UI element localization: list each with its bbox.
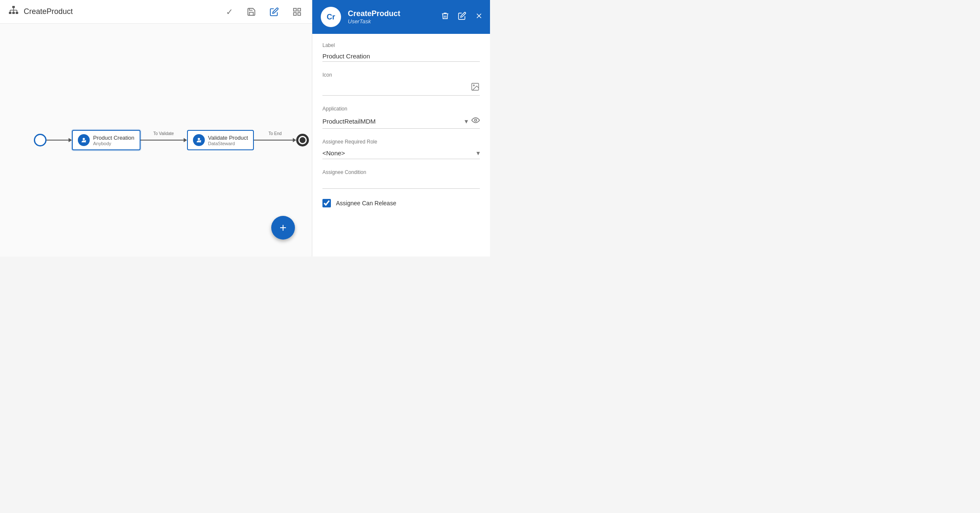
assignee-condition-label: Assignee Condition — [322, 169, 480, 175]
assignee-role-label: Assignee Required Role — [322, 139, 480, 145]
grid-button[interactable] — [291, 6, 303, 18]
task-node-validate-product[interactable]: Validate Product DataSteward — [187, 130, 254, 150]
svg-point-31 — [473, 85, 474, 86]
canvas-panel: CreateProduct ✓ — [0, 0, 312, 256]
icon-field: Icon — [322, 72, 480, 96]
icon-input-wrapper — [322, 80, 480, 96]
label-input[interactable] — [322, 51, 480, 62]
properties-title-area: CreateProduct UserTask — [348, 9, 400, 25]
canvas-area: Product Creation Anybody To Validate — [0, 24, 312, 256]
properties-header: Cr CreateProduct UserTask — [312, 0, 490, 34]
svg-point-25 — [198, 138, 200, 140]
icon-input[interactable] — [322, 84, 471, 91]
task-text-product-creation: Product Creation Anybody — [93, 135, 135, 146]
label-field: Label — [322, 42, 480, 62]
svg-rect-10 — [298, 8, 300, 11]
application-select[interactable]: ProductRetailMDM — [322, 118, 465, 125]
svg-point-32 — [475, 119, 477, 121]
properties-header-actions — [441, 12, 483, 22]
application-dropdown-arrow: ▾ — [465, 117, 468, 125]
icon-field-label: Icon — [322, 72, 480, 78]
assignee-can-release-checkbox[interactable] — [322, 199, 331, 207]
canvas-title: CreateProduct — [24, 7, 73, 16]
fab-add-button[interactable]: + — [271, 216, 295, 240]
org-chart-icon — [8, 6, 19, 18]
task-sublabel-validate-product: DataSteward — [208, 141, 248, 146]
task-label-product-creation: Product Creation — [93, 135, 135, 141]
canvas-title-area: CreateProduct — [8, 6, 224, 18]
properties-edit-button[interactable] — [458, 12, 466, 22]
end-event-inner — [298, 136, 307, 144]
assignee-role-field: Assignee Required Role <None> ▾ — [322, 139, 480, 159]
svg-rect-3 — [16, 12, 18, 14]
properties-subtitle: UserTask — [348, 18, 400, 25]
application-field-label: Application — [322, 106, 480, 112]
properties-body: Label Icon Application — [312, 34, 490, 256]
assignee-role-select[interactable]: <None> — [322, 149, 476, 157]
properties-panel: Cr CreateProduct UserTask — [312, 0, 490, 256]
save-button[interactable] — [245, 6, 258, 18]
assignee-condition-field: Assignee Condition — [322, 169, 480, 189]
assignee-condition-input[interactable] — [322, 178, 480, 189]
label-field-label: Label — [322, 42, 480, 48]
task-icon-product-creation — [78, 134, 90, 146]
assignee-role-dropdown-arrow: ▾ — [476, 149, 480, 157]
svg-rect-11 — [294, 12, 296, 15]
arrow-line-2: To Validate — [140, 138, 187, 142]
arrow-label-2: To Validate — [153, 131, 174, 136]
properties-delete-button[interactable] — [441, 12, 449, 22]
application-select-wrapper: ProductRetailMDM ▾ — [322, 114, 480, 129]
start-event[interactable] — [34, 134, 47, 146]
check-button[interactable]: ✓ — [224, 5, 235, 19]
assignee-role-select-wrapper: <None> ▾ — [322, 147, 480, 159]
svg-rect-2 — [12, 12, 15, 14]
svg-rect-1 — [9, 12, 11, 14]
end-event[interactable] — [296, 134, 309, 146]
properties-title: CreateProduct — [348, 9, 400, 18]
svg-rect-0 — [12, 6, 15, 8]
canvas-header: CreateProduct ✓ — [0, 0, 312, 24]
arrow-line-1 — [47, 138, 72, 142]
application-field: Application ProductRetailMDM ▾ — [322, 106, 480, 129]
arrow-line-3: To End — [254, 138, 296, 142]
canvas-actions: ✓ — [224, 5, 303, 19]
task-icon-validate-product — [193, 134, 205, 146]
image-icon[interactable] — [471, 82, 480, 94]
arrow-label-3: To End — [268, 131, 281, 136]
svg-point-22 — [83, 138, 85, 140]
task-text-validate-product: Validate Product DataSteward — [208, 135, 248, 146]
task-sublabel-product-creation: Anybody — [93, 141, 135, 146]
flow-container: Product Creation Anybody To Validate — [34, 130, 309, 150]
properties-close-button[interactable] — [475, 12, 483, 22]
application-eye-icon[interactable] — [471, 116, 480, 127]
edit-button[interactable] — [268, 6, 281, 18]
task-label-validate-product: Validate Product — [208, 135, 248, 141]
assignee-can-release-row: Assignee Can Release — [322, 199, 480, 207]
task-node-product-creation[interactable]: Product Creation Anybody — [72, 130, 140, 150]
avatar: Cr — [321, 7, 341, 27]
svg-rect-9 — [294, 8, 296, 11]
svg-rect-12 — [298, 12, 300, 15]
assignee-can-release-label: Assignee Can Release — [336, 200, 396, 207]
